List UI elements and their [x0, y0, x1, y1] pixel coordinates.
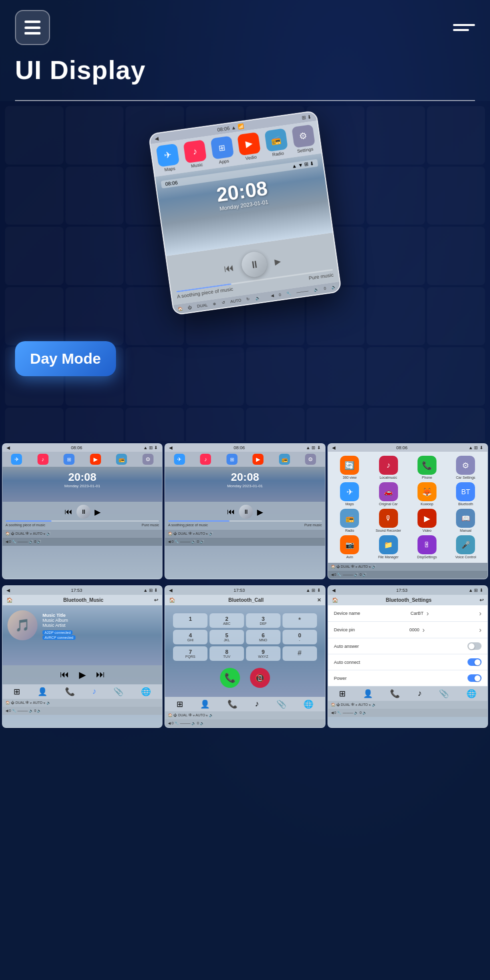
dial-4[interactable]: 4GHI [173, 630, 208, 644]
bt-call-card: ◀ 17:53 ▲ ⊞ ⬇ 🏠 Bluetooth_Call ✕ 1 2ABC … [164, 585, 325, 728]
app-settings[interactable]: ⚙ Settings [292, 125, 316, 154]
main-phone-mockup: ◀ 08:06 ▲ 📶 ⊞ ⬇ ✈ Maps [148, 110, 342, 316]
sc2-play[interactable]: ⏸ [239, 505, 253, 519]
power-row: Power [328, 670, 488, 686]
sc1-play[interactable]: ⏸ [76, 505, 90, 519]
bt-settings-title-bar: 🏠 Bluetooth_Settings ↩ [328, 595, 488, 605]
sc1-apps[interactable]: ⊞ [64, 454, 74, 465]
app-dispsettings[interactable]: 🎚 DispSettings [409, 535, 444, 559]
dial-7[interactable]: 7PQRS [173, 646, 208, 661]
sc2-progress[interactable] [168, 520, 322, 522]
bt-music-info: Music Title Music Album Music Artist A2D… [42, 613, 77, 640]
sc1-maps[interactable]: ✈ [11, 454, 22, 465]
dial-1[interactable]: 1 [173, 613, 208, 628]
sc2-next[interactable]: ▶ [257, 507, 263, 517]
screenshot-card-2: ◀ 08:06 ▲ ⊞ ⬇ ✈ ♪ ⊞ ▶ 📻 ⚙ 20:08 Monday 2… [164, 443, 325, 579]
bt-prev[interactable]: ⏮ [60, 669, 69, 680]
app-localmusic[interactable]: ♪ Localmusic [370, 456, 406, 479]
sc1-radio[interactable]: 📻 [116, 454, 127, 465]
dial-5[interactable]: 5JKL [210, 630, 244, 644]
app-360view[interactable]: 🔄 360 view [332, 456, 368, 479]
sc2-settings[interactable]: ⚙ [305, 454, 316, 465]
sc1-vedio[interactable]: ▶ [90, 454, 101, 465]
next-icon[interactable]: ▶ [274, 256, 282, 266]
bg-app-item [427, 167, 486, 225]
app-carsettings[interactable]: ⚙ Car Settings [448, 456, 484, 479]
app-voicecontrol[interactable]: 🎤 Voice Control [448, 535, 484, 559]
app-soundrecorder[interactable]: 🎙 Sound Recorder [370, 509, 406, 532]
bt-play[interactable]: ▶ [79, 669, 86, 680]
play-pause-button[interactable]: ⏸ [240, 250, 268, 278]
screenshot-card-1: ◀ 08:06 ▲ ⊞ ⬇ ✈ ♪ ⊞ ▶ 📻 ⚙ 20:08 Monday 2… [2, 443, 162, 579]
bg-app-item [5, 408, 64, 442]
sc1-status: ◀ 08:06 ▲ ⊞ ⬇ [2, 444, 162, 452]
bt-next[interactable]: ⏭ [96, 669, 105, 680]
bg-app-item [427, 227, 486, 285]
sc3-status: ◀ 08:06 ▲ ⊞ ⬇ [328, 444, 488, 452]
app-bluetooth[interactable]: BT Bluetooth [448, 482, 484, 506]
app-filemanager[interactable]: 📁 File Manager [370, 535, 406, 559]
sc2-maps[interactable]: ✈ [174, 454, 185, 465]
app-music[interactable]: ♪ Music [183, 140, 208, 169]
sc2-status: ◀ 08:06 ▲ ⊞ ⬇ [165, 444, 324, 452]
auto-answer-toggle[interactable] [468, 642, 482, 650]
dial-star[interactable]: * [282, 613, 317, 628]
sc2-bottom: 🏠 ⏻ DUAL ❄ ↺ AUTO ↻ 🔊 [165, 530, 324, 538]
sc2-music[interactable]: ♪ [200, 454, 211, 465]
auto-connect-toggle[interactable] [468, 658, 482, 666]
device-pin-row[interactable]: Device pin 0000 › [328, 622, 488, 638]
bt-dialpad: 1 2ABC 3DEF * 4GHI 5JKL 6MNO 0- 7PQRS 8T… [170, 610, 320, 664]
sc1-settings[interactable]: ⚙ [142, 454, 154, 465]
sc2-vedio[interactable]: ▶ [252, 454, 264, 465]
sc1-prev[interactable]: ⏮ [64, 507, 72, 516]
app-apps[interactable]: ⊞ Apps [210, 136, 234, 165]
app-manual[interactable]: 📖 Manual [448, 509, 484, 532]
bg-app-item [66, 408, 124, 442]
logo-icon[interactable] [15, 10, 50, 45]
power-toggle[interactable] [468, 674, 482, 682]
nav-arrow: ◀ [154, 136, 159, 142]
app-avin[interactable]: 📷 Avin [332, 535, 368, 559]
bg-app-item [366, 287, 425, 346]
bt-call-bar2: 🏠 ⏻ DUAL ❄ ↺ AUTO ↻ 🔊 [165, 711, 324, 719]
svg-rect-0 [24, 21, 40, 23]
sc1-progress[interactable] [6, 520, 159, 522]
app-kuwoop[interactable]: 🦊 Kuwoop [409, 482, 444, 506]
bg-app-item [5, 227, 64, 285]
bg-app-item [126, 347, 184, 406]
bt-music-header: ◀ 17:53 ▲ ⊞ ⬇ [2, 586, 162, 595]
sc1-next[interactable]: ▶ [94, 507, 100, 517]
call-accept-button[interactable]: 📞 [220, 668, 240, 688]
bt-music-title-bar: 🏠 Bluetooth_Music ↩ [2, 595, 162, 605]
dial-3[interactable]: 3DEF [246, 613, 280, 628]
app-maps[interactable]: ✈ Maps [156, 144, 180, 173]
prev-icon[interactable]: ⏮ [223, 262, 234, 275]
dial-6[interactable]: 6MNO [246, 630, 280, 644]
dial-hash[interactable]: # [282, 646, 317, 661]
call-end-button[interactable]: 📵 [250, 668, 270, 688]
header [0, 0, 490, 55]
app-video[interactable]: ▶ Video [409, 509, 444, 532]
app-vedio[interactable]: ▶ Vedio [237, 132, 262, 162]
app-maps2[interactable]: ✈ Maps [332, 482, 368, 506]
sc1-music[interactable]: ♪ [38, 454, 48, 465]
dial-2[interactable]: 2ABC [210, 613, 244, 628]
dial-0dash[interactable]: 0- [282, 630, 317, 644]
bg-app-item [186, 408, 244, 442]
device-name-row[interactable]: Device name CarBT › [328, 605, 488, 622]
hamburger-button[interactable] [453, 24, 475, 31]
sc2-apps[interactable]: ⊞ [226, 454, 238, 465]
dial-9[interactable]: 9WXYZ [246, 646, 280, 661]
app-phone[interactable]: 📞 Phone [409, 456, 444, 479]
bg-app-item [186, 347, 244, 406]
app-originalcar[interactable]: 🚗 Original Car [370, 482, 406, 506]
app-radio2[interactable]: 📻 Radio [332, 509, 368, 532]
sc2-radio[interactable]: 📻 [279, 454, 290, 465]
screenshot-card-3: ◀ 08:06 ▲ ⊞ ⬇ 🔄 360 view ♪ Localmusic 📞 [328, 443, 488, 579]
screenshots-grid-row2: ◀ 17:53 ▲ ⊞ ⬇ 🏠 Bluetooth_Music ↩ 🎵 Musi… [0, 583, 490, 730]
title-section: UI Display [0, 55, 490, 95]
app-radio[interactable]: 📻 Radio [264, 128, 289, 158]
sc2-prev[interactable]: ⏮ [227, 507, 235, 516]
dial-8[interactable]: 8TUV [210, 646, 244, 661]
bg-app-item [66, 106, 124, 165]
